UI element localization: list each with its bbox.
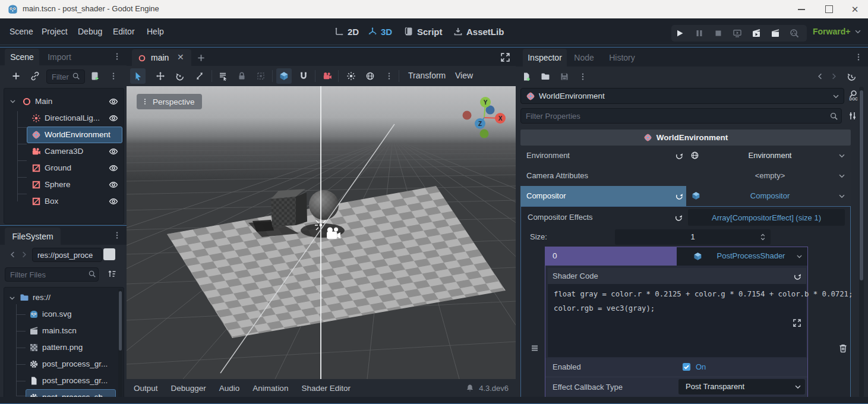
revert-icon[interactable] bbox=[793, 272, 802, 280]
property-row-enabled[interactable]: Enabled On bbox=[545, 358, 807, 377]
group-icon[interactable] bbox=[256, 71, 266, 81]
collapse-chevron-icon[interactable] bbox=[9, 97, 17, 105]
shader-code-editor[interactable]: float gray = color.r * 0.2125 + color.g … bbox=[548, 284, 806, 357]
visibility-eye-icon[interactable] bbox=[109, 113, 118, 123]
tab-inspector[interactable]: Inspector bbox=[523, 49, 567, 67]
revert-icon[interactable] bbox=[675, 151, 684, 160]
workspace-assetlib[interactable]: AssetLib bbox=[453, 18, 504, 45]
file-preview-button[interactable] bbox=[103, 248, 115, 260]
tree-row-directionallight[interactable]: DirectionalLig... bbox=[4, 110, 124, 127]
scrollbar-thumb[interactable] bbox=[119, 291, 122, 351]
file-row-iconsvg[interactable]: icon.svg bbox=[4, 306, 124, 323]
close-tab-icon[interactable]: ✕ bbox=[177, 52, 184, 62]
array-value-button[interactable]: Array[CompositorEffect] (size 1) bbox=[688, 209, 845, 226]
history-back-icon[interactable] bbox=[816, 72, 825, 81]
tab-node[interactable]: Node bbox=[570, 49, 598, 67]
delete-element-icon[interactable] bbox=[838, 343, 848, 353]
tab-import[interactable]: Import bbox=[42, 49, 77, 65]
workspace-3d[interactable]: 3D bbox=[368, 18, 392, 45]
size-spinner[interactable]: 1 bbox=[615, 229, 771, 245]
file-row-postprocess-gr2[interactable]: post_process_gr... bbox=[4, 373, 124, 389]
close-button[interactable]: ✕ bbox=[846, 0, 864, 18]
tree-row-sphere[interactable]: Sphere bbox=[4, 176, 124, 193]
stop-button[interactable] bbox=[714, 29, 723, 38]
pause-button[interactable] bbox=[695, 29, 704, 38]
play-button[interactable] bbox=[675, 29, 684, 38]
checkbox-checked-icon[interactable] bbox=[682, 362, 691, 371]
maximize-button[interactable] bbox=[820, 0, 838, 18]
tree-row-ground[interactable]: Ground bbox=[4, 160, 124, 176]
property-row-compositor-effects[interactable]: Compositor Effects Array[CompositorEffec… bbox=[521, 208, 850, 227]
filter-files-input[interactable] bbox=[5, 267, 99, 282]
distraction-free-icon[interactable] bbox=[500, 52, 510, 62]
perspective-button[interactable]: Perspective bbox=[137, 94, 202, 109]
property-row-size[interactable]: Size: 1 bbox=[521, 228, 850, 247]
remote-debug-icon[interactable] bbox=[733, 29, 742, 38]
sort-files-icon[interactable] bbox=[107, 269, 116, 279]
tab-filesystem[interactable]: FileSystem bbox=[5, 228, 61, 245]
load-resource-button[interactable] bbox=[541, 72, 550, 81]
property-row-camera-attributes[interactable]: Camera Attributes <empty> bbox=[520, 166, 851, 187]
revert-icon[interactable] bbox=[674, 213, 683, 222]
move-tool-icon[interactable] bbox=[156, 71, 165, 81]
minimize-button[interactable] bbox=[793, 0, 810, 18]
property-row-environment[interactable]: Environment Environment bbox=[520, 146, 851, 166]
file-row-postprocess-gr1[interactable]: post_process_gr... bbox=[4, 356, 124, 373]
menu-project[interactable]: Project bbox=[42, 18, 68, 45]
new-resource-button[interactable] bbox=[522, 72, 531, 81]
collapse-chevron-icon[interactable] bbox=[8, 294, 16, 302]
visibility-eye-icon[interactable] bbox=[109, 97, 118, 106]
scale-tool-icon[interactable] bbox=[195, 71, 204, 81]
visibility-eye-icon[interactable] bbox=[109, 163, 118, 173]
spinner-updown-icon[interactable] bbox=[759, 233, 767, 241]
environment-settings-icon[interactable] bbox=[365, 71, 375, 81]
menu-editor[interactable]: Editor bbox=[113, 18, 135, 45]
inspector-menu-icon[interactable] bbox=[854, 53, 863, 61]
panel-debugger[interactable]: Debugger bbox=[171, 384, 206, 393]
file-row-patternpng[interactable]: pattern.png bbox=[4, 339, 124, 356]
file-row-maintscn[interactable]: main.tscn bbox=[4, 323, 124, 339]
movie-maker-icon[interactable] bbox=[790, 29, 799, 38]
menu-debug[interactable]: Debug bbox=[78, 18, 102, 45]
element-resource-selector[interactable]: PostProcessShader bbox=[677, 247, 807, 266]
element-index-header[interactable]: 0 bbox=[545, 247, 677, 266]
panel-shader-editor[interactable]: Shader Editor bbox=[301, 384, 351, 393]
inspector-scrollbar-thumb[interactable] bbox=[860, 90, 863, 280]
reorder-handle-icon[interactable] bbox=[530, 343, 539, 353]
camera-preview-icon[interactable] bbox=[323, 71, 332, 81]
visibility-eye-icon[interactable] bbox=[109, 180, 118, 190]
object-selector[interactable]: WorldEnvironment bbox=[520, 88, 844, 104]
renderer-selector[interactable]: Forward+ bbox=[813, 18, 862, 45]
ruler-mode-icon[interactable] bbox=[279, 71, 289, 81]
snap-magnet-icon[interactable] bbox=[299, 71, 308, 81]
tab-scene[interactable]: Scene bbox=[5, 49, 39, 65]
nav-forward-icon[interactable] bbox=[20, 250, 29, 259]
panel-audio[interactable]: Audio bbox=[219, 384, 240, 393]
add-node-button[interactable] bbox=[11, 71, 21, 81]
tree-row-worldenvironment[interactable]: WorldEnvironment bbox=[4, 127, 124, 143]
visibility-eye-icon[interactable] bbox=[109, 197, 118, 206]
visibility-eye-icon[interactable] bbox=[109, 147, 118, 156]
workspace-2d[interactable]: 2D bbox=[334, 18, 359, 45]
inspector-scrollbar-track[interactable] bbox=[859, 87, 864, 397]
tab-history[interactable]: History bbox=[605, 49, 639, 67]
property-filter-icon[interactable] bbox=[848, 111, 857, 121]
expand-code-icon[interactable] bbox=[793, 318, 801, 327]
tree-row-main[interactable]: Main bbox=[4, 93, 124, 110]
sun-env-menu-icon[interactable] bbox=[385, 72, 393, 80]
new-scene-tab-icon[interactable] bbox=[197, 53, 206, 62]
panel-output[interactable]: Output bbox=[134, 384, 158, 393]
open-docs-icon[interactable] bbox=[847, 90, 858, 101]
history-forward-icon[interactable] bbox=[829, 72, 838, 81]
workspace-script[interactable]: Script bbox=[404, 18, 443, 45]
transform-menu[interactable]: Transform bbox=[408, 71, 446, 80]
property-row-compositor[interactable]: Compositor Compositor bbox=[520, 186, 851, 206]
shader-code-header[interactable]: Shader Code bbox=[548, 268, 806, 284]
save-resource-button[interactable] bbox=[560, 72, 569, 81]
rotate-tool-icon[interactable] bbox=[175, 71, 185, 81]
resource-menu-icon[interactable] bbox=[579, 72, 587, 81]
attach-script-button[interactable] bbox=[90, 71, 99, 81]
scene-tree-menu-icon[interactable] bbox=[109, 72, 118, 80]
lock-icon[interactable] bbox=[237, 71, 247, 81]
play-scene-button[interactable] bbox=[752, 29, 761, 38]
